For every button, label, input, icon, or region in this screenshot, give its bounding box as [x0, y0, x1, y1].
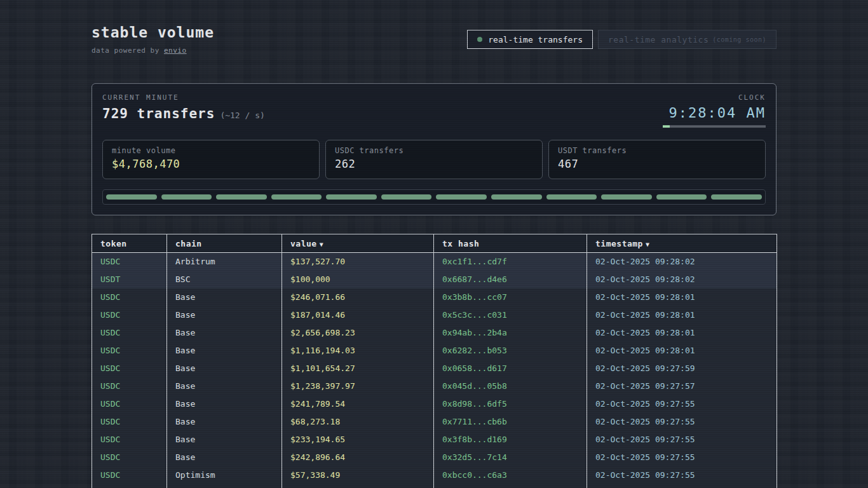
- tx-hash-link[interactable]: 0x3f8b...d169: [434, 431, 587, 449]
- section-label: CURRENT MINUTE: [102, 93, 265, 102]
- tx-hash-link[interactable]: 0x94ab...2b4a: [434, 324, 587, 342]
- token-cell: USDC: [92, 253, 167, 271]
- timestamp-cell: 02-Oct-2025 09:27:53: [587, 484, 777, 488]
- value-cell: $100,000: [282, 271, 434, 288]
- table-row: USDC Arbitrum $137,527.70 0xc1f1...cd7f …: [92, 253, 777, 271]
- timestamp-cell: 02-Oct-2025 09:27:55: [587, 466, 777, 484]
- timestamp-cell: 02-Oct-2025 09:27:57: [587, 377, 777, 395]
- clock-label: CLOCK: [663, 93, 766, 102]
- stat-label: USDT transfers: [558, 146, 756, 155]
- tx-hash-link[interactable]: 0x3b8b...cc07: [434, 288, 587, 306]
- page-title: stable volume: [92, 24, 214, 41]
- value-cell: $1,238,397.97: [282, 377, 434, 395]
- clock-block: CLOCK 9:28:04 AM: [663, 93, 766, 128]
- value-cell: $246,071.66: [282, 288, 434, 306]
- stat-minute-volume: minute volume $4,768,470: [102, 140, 320, 179]
- activity-segment: [381, 194, 432, 200]
- activity-segments-bar: [102, 189, 766, 205]
- col-header-value[interactable]: value▼: [282, 234, 434, 253]
- token-cell: USDC: [92, 395, 167, 413]
- col-header-chain[interactable]: chain: [167, 234, 282, 253]
- tx-hash-link[interactable]: 0x6687...d4e6: [434, 271, 587, 288]
- token-cell: USDC: [92, 484, 167, 488]
- value-cell: $2,656,698.23: [282, 324, 434, 342]
- value-cell: $1,101,654.27: [282, 360, 434, 377]
- value-cell: $137,527.70: [282, 253, 434, 271]
- chain-cell: Base: [167, 413, 282, 431]
- token-cell: USDC: [92, 342, 167, 360]
- value-cell: $242,896.64: [282, 449, 434, 466]
- table-row: USDC Base $1,238,397.97 0x045d...05b8 02…: [92, 377, 777, 395]
- chain-cell: Arbitrum: [167, 253, 282, 271]
- activity-segment: [326, 194, 377, 200]
- activity-segment: [491, 194, 542, 200]
- timestamp-cell: 02-Oct-2025 09:27:59: [587, 360, 777, 377]
- table-row: USDC Base $242,896.64 0x32d5...7c14 02-O…: [92, 449, 777, 466]
- tab-real-time-transfers[interactable]: real-time transfers: [467, 30, 593, 49]
- activity-segment: [436, 194, 487, 200]
- col-header-tx-hash[interactable]: tx hash: [434, 234, 587, 253]
- token-cell: USDC: [92, 306, 167, 324]
- activity-segment: [271, 194, 322, 200]
- token-cell: USDC: [92, 431, 167, 449]
- minute-stats: minute volume $4,768,470 USDC transfers …: [102, 140, 766, 179]
- tx-hash-link[interactable]: 0x6282...b053: [434, 342, 587, 360]
- col-header-timestamp[interactable]: timestamp▼: [587, 234, 777, 253]
- value-cell: $187,014.46: [282, 306, 434, 324]
- tx-hash-link[interactable]: 0xbcc0...c6a3: [434, 466, 587, 484]
- tx-hash-link[interactable]: 0x5c3c...c031: [434, 306, 587, 324]
- value-cell: $233,194.65: [282, 431, 434, 449]
- sort-desc-icon: ▼: [320, 241, 324, 248]
- tx-hash-link[interactable]: 0x32d5...7c14: [434, 449, 587, 466]
- activity-segment: [711, 194, 762, 200]
- clock-progress-fill: [663, 125, 670, 128]
- stat-value: 262: [335, 158, 533, 170]
- tx-hash-link[interactable]: 0xbf75...3661: [434, 484, 587, 488]
- chain-cell: BSC: [167, 271, 282, 288]
- tx-hash-link[interactable]: 0xc1f1...cd7f: [434, 253, 587, 271]
- timestamp-cell: 02-Oct-2025 09:27:55: [587, 431, 777, 449]
- clock-time: 9:28:04 AM: [663, 105, 766, 121]
- table-row: USDC Optimism $57,338.49 0xbcc0...c6a3 0…: [92, 466, 777, 484]
- value-cell: $68,273.18: [282, 413, 434, 431]
- stat-label: USDC transfers: [335, 146, 533, 155]
- activity-segment: [106, 194, 157, 200]
- envio-link[interactable]: envio: [164, 46, 187, 55]
- transfers-count: 729 transfers: [102, 106, 215, 121]
- view-tabs: real-time transfers real-time analytics …: [467, 30, 776, 49]
- value-cell: $1,116,194.03: [282, 342, 434, 360]
- stat-usdc-transfers: USDC transfers 262: [325, 140, 543, 179]
- token-cell: USDT: [92, 271, 167, 288]
- chain-cell: Base: [167, 395, 282, 413]
- stat-value: 467: [558, 158, 756, 170]
- table-row: USDC Base $233,194.65 0x3f8b...d169 02-O…: [92, 431, 777, 449]
- timestamp-cell: 02-Oct-2025 09:28:01: [587, 342, 777, 360]
- table-row: USDC Base $1,116,194.03 0x6282...b053 02…: [92, 342, 777, 360]
- stat-label: minute volume: [112, 146, 310, 155]
- token-cell: USDC: [92, 288, 167, 306]
- powered-by: data powered by envio: [92, 46, 214, 55]
- tx-hash-link[interactable]: 0x0658...d617: [434, 360, 587, 377]
- current-minute-panel: CURRENT MINUTE 729 transfers (~12 / s) C…: [92, 83, 776, 215]
- activity-segment: [656, 194, 707, 200]
- chain-cell: Base: [167, 306, 282, 324]
- activity-segment: [161, 194, 212, 200]
- timestamp-cell: 02-Oct-2025 09:27:55: [587, 395, 777, 413]
- table-row: USDC Base $1,101,654.27 0x0658...d617 02…: [92, 360, 777, 377]
- tx-hash-link[interactable]: 0x7711...cb6b: [434, 413, 587, 431]
- value-cell: $241,789.54: [282, 395, 434, 413]
- activity-segment: [216, 194, 267, 200]
- chain-cell: Base: [167, 377, 282, 395]
- timestamp-cell: 02-Oct-2025 09:27:55: [587, 413, 777, 431]
- col-header-token[interactable]: token: [92, 234, 167, 253]
- stat-usdt-transfers: USDT transfers 467: [548, 140, 766, 179]
- token-cell: USDC: [92, 377, 167, 395]
- table-row: USDC Base $2,656,698.23 0x94ab...2b4a 02…: [92, 324, 777, 342]
- tx-hash-link[interactable]: 0x8d98...6df5: [434, 395, 587, 413]
- value-cell: $57,338.49: [282, 466, 434, 484]
- tx-hash-link[interactable]: 0x045d...05b8: [434, 377, 587, 395]
- tab-real-time-analytics: real-time analytics (coming soon): [598, 30, 776, 49]
- timestamp-cell: 02-Oct-2025 09:28:01: [587, 288, 777, 306]
- table-header-row: token chain value▼ tx hash timestamp▼: [92, 234, 777, 253]
- transfer-count-block: CURRENT MINUTE 729 transfers (~12 / s): [102, 93, 265, 128]
